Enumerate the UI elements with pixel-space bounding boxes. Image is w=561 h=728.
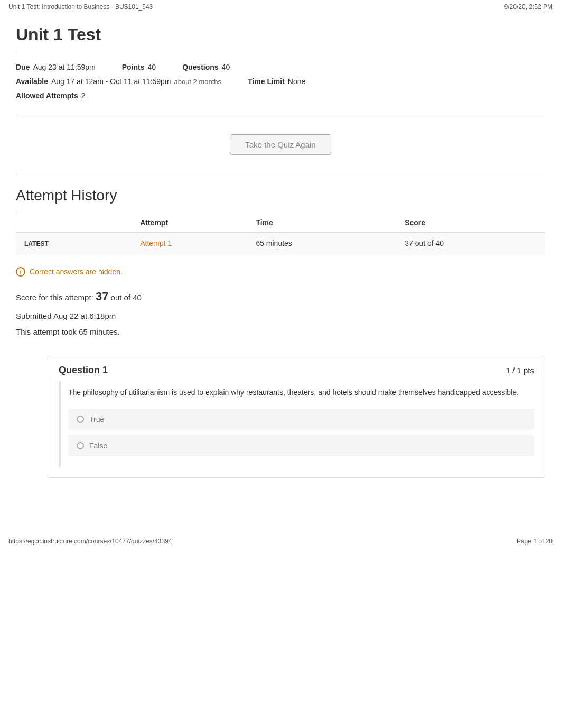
questions-label: Questions — [182, 61, 218, 74]
time-limit-label: Time Limit — [248, 75, 285, 88]
radio-true[interactable] — [77, 416, 84, 423]
info-icon: i — [16, 267, 25, 277]
meta-available: Available Aug 17 at 12am - Oct 11 at 11:… — [16, 75, 221, 88]
row-tag: LATEST — [16, 232, 132, 254]
meta-due: Due Aug 23 at 11:59pm — [16, 61, 96, 74]
question-header: Question 1 1 / 1 pts — [48, 356, 545, 381]
available-value: Aug 17 at 12am - Oct 11 at 11:59pm — [51, 75, 171, 88]
score-value: 37 — [96, 290, 108, 303]
meta-row-1: Due Aug 23 at 11:59pm Points 40 Question… — [16, 61, 545, 74]
due-value: Aug 23 at 11:59pm — [33, 61, 95, 74]
row-score: 37 out of 40 — [396, 232, 545, 254]
latest-label: LATEST — [24, 240, 49, 247]
meta-points: Points 40 — [122, 61, 156, 74]
attempt-table: Attempt Time Score LATEST Attempt 1 65 m… — [16, 213, 545, 254]
attempt-detail: i Correct answers are hidden. Score for … — [16, 254, 545, 345]
col-header-time: Time — [247, 213, 396, 232]
top-bar: Unit 1 Test: Introduction to Business - … — [0, 0, 561, 14]
due-label: Due — [16, 61, 30, 74]
row-time: 65 minutes — [247, 232, 396, 254]
answer-options: True False — [61, 409, 534, 467]
available-label: Available — [16, 75, 48, 88]
meta-questions: Questions 40 — [182, 61, 230, 74]
meta-attempts: Allowed Attempts 2 — [16, 89, 86, 103]
col-header-attempt: Attempt — [132, 213, 247, 232]
footer-page: Page 1 of 20 — [517, 538, 553, 545]
table-header-row: Attempt Time Score — [16, 213, 545, 232]
take-quiz-again-button[interactable]: Take the Quiz Again — [230, 134, 331, 155]
radio-false[interactable] — [77, 442, 84, 449]
score-out-of: out of 40 — [111, 293, 142, 302]
time-limit-value: None — [288, 75, 305, 88]
available-note: about 2 months — [174, 76, 221, 88]
quiz-meta: Due Aug 23 at 11:59pm Points 40 Question… — [16, 52, 545, 115]
row-attempt[interactable]: Attempt 1 — [132, 232, 247, 254]
question-pts: 1 / 1 pts — [506, 366, 534, 375]
footer-url: https://egcc.instructure.com/courses/104… — [8, 538, 172, 545]
attempt-history-title: Attempt History — [16, 174, 545, 213]
table-row: LATEST Attempt 1 65 minutes 37 out of 40 — [16, 232, 545, 254]
meta-row-3: Allowed Attempts 2 — [16, 89, 545, 103]
datetime: 9/20/20, 2:52 PM — [504, 3, 553, 11]
question-body: The philosophy of utilitarianism is used… — [59, 381, 534, 467]
points-value: 40 — [148, 61, 156, 74]
col-header-tag — [16, 213, 132, 232]
score-line: Score for this attempt: 37 out of 40 — [16, 285, 545, 308]
meta-time-limit: Time Limit None — [248, 75, 305, 88]
correct-hidden-notice: i Correct answers are hidden. — [16, 267, 545, 277]
questions-value: 40 — [222, 61, 230, 74]
answer-option-false[interactable]: False — [68, 435, 534, 456]
score-info: Score for this attempt: 37 out of 40 Sub… — [16, 285, 545, 340]
took-line: This attempt took 65 minutes. — [16, 324, 545, 340]
answer-label-true: True — [89, 415, 104, 423]
footer-bar: https://egcc.instructure.com/courses/104… — [0, 531, 561, 551]
col-header-score: Score — [396, 213, 545, 232]
answer-option-true[interactable]: True — [68, 409, 534, 430]
btn-area: Take the Quiz Again — [16, 115, 545, 174]
question-text: The philosophy of utilitarianism is used… — [61, 386, 534, 398]
main-content: Unit 1 Test Due Aug 23 at 11:59pm Points… — [0, 14, 561, 499]
question-number: Question 1 — [59, 365, 108, 376]
question-1-block: Question 1 1 / 1 pts The philosophy of u… — [48, 356, 545, 478]
attempt-link[interactable]: Attempt 1 — [140, 239, 172, 247]
score-text: Score for this attempt: — [16, 293, 94, 302]
answer-label-false: False — [89, 441, 107, 450]
page-title: Unit 1 Test — [16, 14, 545, 52]
breadcrumb: Unit 1 Test: Introduction to Business - … — [8, 3, 153, 11]
points-label: Points — [122, 61, 145, 74]
submitted-line: Submitted Aug 22 at 6:18pm — [16, 308, 545, 324]
attempts-value: 2 — [81, 89, 86, 103]
correct-hidden-text: Correct answers are hidden. — [30, 268, 123, 276]
meta-row-2: Available Aug 17 at 12am - Oct 11 at 11:… — [16, 75, 545, 88]
attempts-label: Allowed Attempts — [16, 89, 78, 103]
